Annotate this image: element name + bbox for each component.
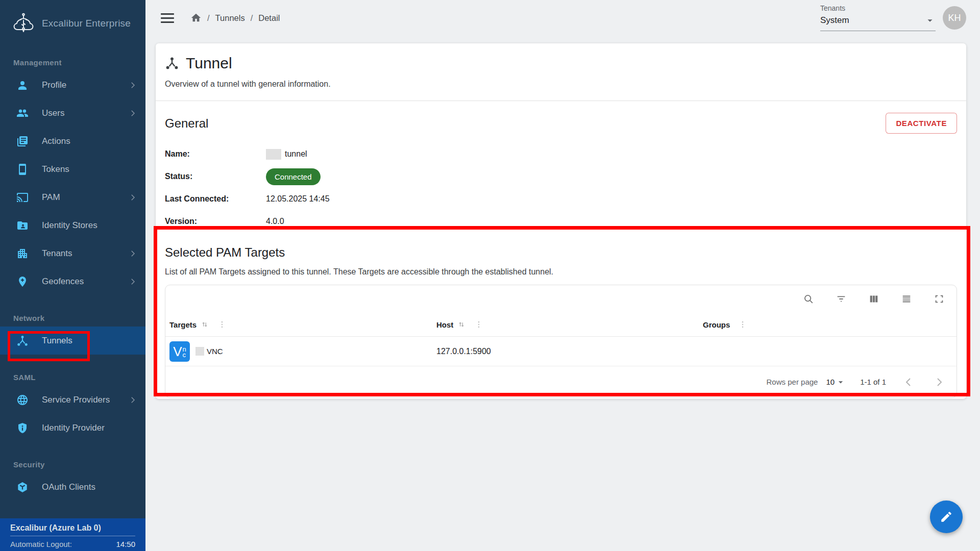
last-connected-value: 12.05.2025 14:45 xyxy=(266,194,330,204)
add-location-pin-icon xyxy=(16,276,29,288)
tunnel-hub-icon xyxy=(16,335,29,347)
columns-icon[interactable] xyxy=(868,293,880,305)
brand-name: Excalibur Enterprise xyxy=(42,18,131,29)
edit-fab-button[interactable] xyxy=(930,500,963,533)
targets-description: List of all PAM Targets assigned to this… xyxy=(165,267,957,277)
hamburger-menu-button[interactable] xyxy=(161,11,176,24)
chevron-right-icon xyxy=(128,81,137,90)
globe-icon xyxy=(16,394,29,406)
redacted-text xyxy=(195,347,204,356)
pam-targets-table: Targets Host xyxy=(165,285,957,398)
folder-user-icon xyxy=(16,219,29,232)
sidebar-item-users[interactable]: Users xyxy=(0,99,145,127)
oauth-cube-icon xyxy=(16,481,29,493)
shield-info-icon xyxy=(16,422,29,434)
search-icon[interactable] xyxy=(803,293,815,305)
deactivate-button[interactable]: DEACTIVATE xyxy=(886,113,957,134)
chevron-right-icon xyxy=(128,109,137,118)
excalibur-cloud-sword-logo-icon xyxy=(11,11,36,36)
divider xyxy=(156,101,966,101)
smartphone-icon xyxy=(16,163,29,176)
table-row[interactable]: V nc VNC 127.0.0.1:5900 xyxy=(165,337,957,366)
general-fields: Name: tunnel Status: Connected Last Conn… xyxy=(165,143,957,233)
brand: Excalibur Enterprise xyxy=(0,0,145,36)
sidebar-item-profile[interactable]: Profile xyxy=(0,71,145,99)
home-icon[interactable] xyxy=(190,12,202,23)
sidebar-footer: Excalibur (Azure Lab 0) Automatic Logout… xyxy=(0,518,145,551)
auto-logout-timer: 14:50 xyxy=(116,540,135,548)
general-heading: General xyxy=(165,116,208,131)
main-area: / Tunnels / Detail Tenants System KH Tun… xyxy=(145,0,980,551)
sidebar-item-identity-provider[interactable]: Identity Provider xyxy=(0,414,145,442)
sort-icon[interactable] xyxy=(200,320,209,329)
sidebar-item-actions[interactable]: Actions xyxy=(0,127,145,155)
column-header-targets[interactable]: Targets xyxy=(165,320,432,329)
sidebar-item-tunnels[interactable]: Tunnels xyxy=(0,327,145,355)
column-header-groups[interactable]: Groups xyxy=(699,320,957,329)
pagination-range: 1-1 of 1 xyxy=(860,378,886,386)
sidebar-item-service-providers[interactable]: Service Providers xyxy=(0,386,145,414)
column-menu-icon[interactable] xyxy=(474,320,483,329)
vnc-logo-icon: V nc xyxy=(169,341,190,362)
breadcrumb-tunnels[interactable]: Tunnels xyxy=(215,13,245,23)
previous-page-icon[interactable] xyxy=(902,375,917,389)
user-avatar[interactable]: KH xyxy=(943,6,966,30)
section-label-network: Network xyxy=(0,314,145,322)
column-header-host[interactable]: Host xyxy=(432,320,699,329)
rows-per-page-label: Rows per page xyxy=(767,378,818,386)
page-title: Tunnel xyxy=(186,55,232,72)
host-cell: 127.0.0.1:5900 xyxy=(432,347,699,356)
rows-per-page-select[interactable]: 10 xyxy=(826,377,846,387)
chevron-right-icon xyxy=(128,193,137,202)
page-subtitle: Overview of a tunnel with general inform… xyxy=(165,80,957,89)
people-icon xyxy=(16,107,29,119)
density-icon[interactable] xyxy=(901,293,913,305)
tenants-select-value: System xyxy=(820,15,849,26)
redacted-text xyxy=(266,149,281,160)
table-pagination: Rows per page 10 1-1 of 1 xyxy=(165,366,957,397)
column-menu-icon[interactable] xyxy=(738,320,747,329)
next-page-icon[interactable] xyxy=(933,375,947,389)
status-badge: Connected xyxy=(266,168,321,185)
auto-logout-label: Automatic Logout: xyxy=(10,540,72,548)
environment-name: Excalibur (Azure Lab 0) xyxy=(0,518,145,536)
field-status: Status: Connected xyxy=(165,165,957,188)
chevron-right-icon xyxy=(128,277,137,286)
breadcrumb-detail: Detail xyxy=(258,13,280,23)
tunnel-detail-card: Tunnel Overview of a tunnel with general… xyxy=(156,43,966,399)
cast-screen-icon xyxy=(16,191,29,204)
dropdown-arrow-icon xyxy=(836,377,846,387)
chevron-right-icon xyxy=(128,249,137,258)
library-icon xyxy=(16,135,29,147)
target-cell: V nc VNC xyxy=(165,341,432,362)
target-name: VNC xyxy=(207,347,223,356)
sidebar-item-tokens[interactable]: Tokens xyxy=(0,155,145,183)
sort-icon[interactable] xyxy=(457,320,466,329)
person-icon xyxy=(16,79,29,91)
sidebar-item-tenants[interactable]: Tenants xyxy=(0,239,145,267)
section-label-security: Security xyxy=(0,460,145,469)
section-label-management: Management xyxy=(0,58,145,67)
column-menu-icon[interactable] xyxy=(217,320,227,329)
fullscreen-icon[interactable] xyxy=(934,293,946,305)
tenants-select-label: Tenants xyxy=(820,4,936,12)
field-name: Name: tunnel xyxy=(165,143,957,165)
sidebar: Excalibur Enterprise Management Profile … xyxy=(0,0,145,551)
pencil-icon xyxy=(940,510,953,523)
breadcrumb: / Tunnels / Detail xyxy=(190,12,280,23)
tenants-select[interactable]: Tenants System xyxy=(820,4,936,31)
tunnel-name-value: tunnel xyxy=(285,149,307,159)
dropdown-arrow-icon xyxy=(924,15,936,26)
table-toolbar xyxy=(165,285,957,313)
sidebar-item-geofences[interactable]: Geofences xyxy=(0,267,145,295)
field-last-connected: Last Connected: 12.05.2025 14:45 xyxy=(165,188,957,210)
building-icon xyxy=(16,247,29,260)
sidebar-item-pam[interactable]: PAM xyxy=(0,183,145,211)
sidebar-item-oauth-clients[interactable]: OAuth Clients xyxy=(0,473,145,501)
section-label-saml: SAML xyxy=(0,373,145,382)
chevron-right-icon xyxy=(128,395,137,405)
sidebar-item-identity-stores[interactable]: Identity Stores xyxy=(0,211,145,239)
field-version: Version: 4.0.0 xyxy=(165,210,957,233)
filter-icon[interactable] xyxy=(836,293,848,305)
targets-heading: Selected PAM Targets xyxy=(165,245,957,260)
